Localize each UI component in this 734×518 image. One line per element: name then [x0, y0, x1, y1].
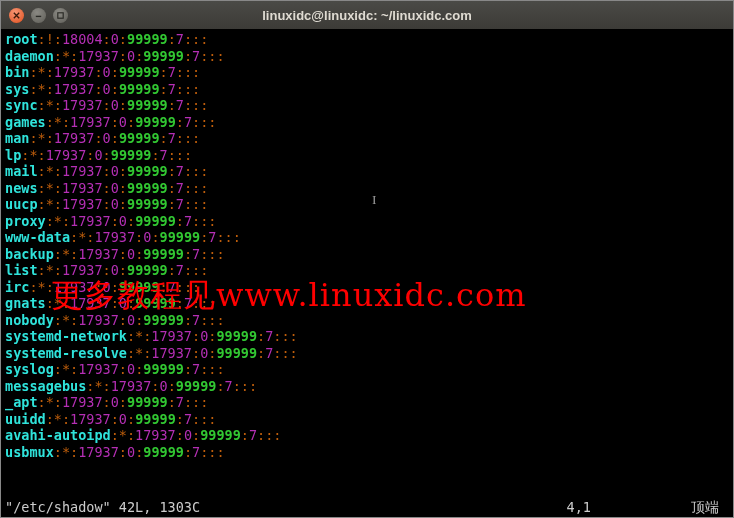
close-button[interactable]	[9, 8, 24, 23]
shadow-line: uucp:*:17937:0:99999:7:::	[5, 196, 729, 213]
minimize-button[interactable]	[31, 8, 46, 23]
terminal-content: root:!:18004:0:99999:7:::daemon:*:17937:…	[5, 31, 729, 460]
shadow-line: _apt:*:17937:0:99999:7:::	[5, 394, 729, 411]
window-title: linuxidc@linuxidc: ~/linuxidc.com	[1, 8, 733, 23]
minimize-icon	[34, 11, 43, 20]
shadow-line: syslog:*:17937:0:99999:7:::	[5, 361, 729, 378]
close-icon	[12, 11, 21, 20]
shadow-line: daemon:*:17937:0:99999:7:::	[5, 48, 729, 65]
shadow-line: usbmux:*:17937:0:99999:7:::	[5, 444, 729, 461]
shadow-line: www-data:*:17937:0:99999:7:::	[5, 229, 729, 246]
shadow-line: proxy:*:17937:0:99999:7:::	[5, 213, 729, 230]
shadow-line: root:!:18004:0:99999:7:::	[5, 31, 729, 48]
shadow-line: sync:*:17937:0:99999:7:::	[5, 97, 729, 114]
vim-status-bar: "/etc/shadow" 42L, 1303C 4,1 顶端	[5, 499, 729, 516]
shadow-line: list:*:17937:0:99999:7:::	[5, 262, 729, 279]
svg-rect-0	[58, 12, 63, 17]
status-cursor-position: 4,1	[567, 499, 691, 516]
shadow-line: avahi-autoipd:*:17937:0:99999:7:::	[5, 427, 729, 444]
terminal-area[interactable]: root:!:18004:0:99999:7:::daemon:*:17937:…	[1, 29, 733, 517]
shadow-line: messagebus:*:17937:0:99999:7:::	[5, 378, 729, 395]
shadow-line: mail:*:17937:0:99999:7:::	[5, 163, 729, 180]
titlebar: linuxidc@linuxidc: ~/linuxidc.com	[1, 1, 733, 29]
shadow-line: uuidd:*:17937:0:99999:7:::	[5, 411, 729, 428]
shadow-line: backup:*:17937:0:99999:7:::	[5, 246, 729, 263]
shadow-line: nobody:*:17937:0:99999:7:::	[5, 312, 729, 329]
shadow-line: man:*:17937:0:99999:7:::	[5, 130, 729, 147]
shadow-line: systemd-resolve:*:17937:0:99999:7:::	[5, 345, 729, 362]
shadow-line: sys:*:17937:0:99999:7:::	[5, 81, 729, 98]
window-controls	[9, 8, 68, 23]
shadow-line: news:*:17937:0:99999:7:::	[5, 180, 729, 197]
shadow-line: gnats:*:17937:0:99999:7:::	[5, 295, 729, 312]
status-file-info: "/etc/shadow" 42L, 1303C	[5, 499, 200, 516]
maximize-icon	[56, 11, 65, 20]
status-scroll-position: 顶端	[691, 499, 729, 516]
shadow-line: irc:*:17937:0:99999:7:::	[5, 279, 729, 296]
maximize-button[interactable]	[53, 8, 68, 23]
shadow-line: lp:*:17937:0:99999:7:::	[5, 147, 729, 164]
shadow-line: games:*:17937:0:99999:7:::	[5, 114, 729, 131]
shadow-line: systemd-network:*:17937:0:99999:7:::	[5, 328, 729, 345]
shadow-line: bin:*:17937:0:99999:7:::	[5, 64, 729, 81]
